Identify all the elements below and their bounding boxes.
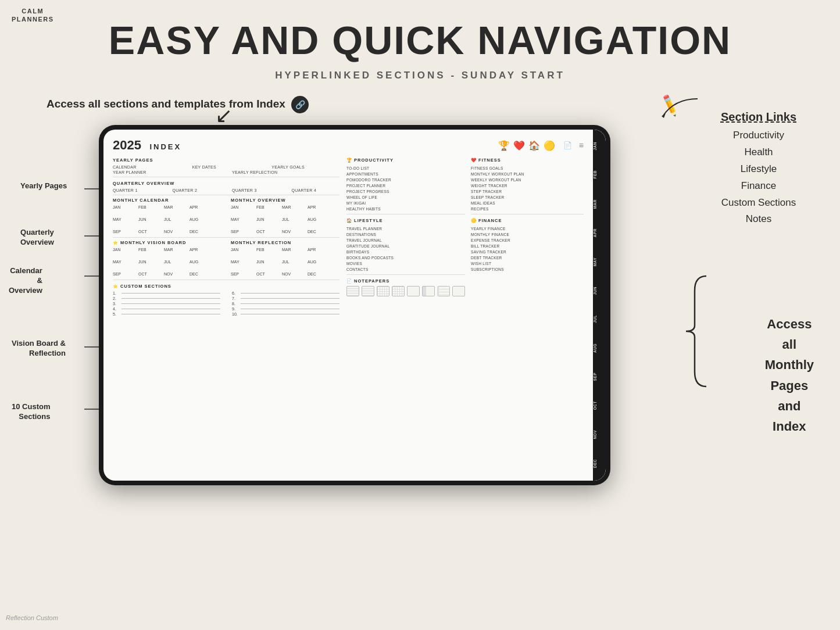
tab-jul[interactable]: JUL xyxy=(593,315,606,323)
calendar-link[interactable]: CALENDAR xyxy=(113,165,181,169)
ov-sep[interactable]: SEP xyxy=(231,230,248,234)
todo-link[interactable]: TO-DO LIST xyxy=(346,165,465,171)
vb-apr[interactable]: APR xyxy=(190,248,207,252)
cal-jul[interactable]: JUL xyxy=(164,217,181,221)
notepaper-6[interactable] xyxy=(422,286,435,296)
tab-nov[interactable]: NOV xyxy=(593,430,606,439)
appointments-link[interactable]: APPOINTMENTS xyxy=(346,171,465,177)
cal-aug[interactable]: AUG xyxy=(190,217,207,221)
ov-aug[interactable]: AUG xyxy=(308,217,325,221)
q3-link[interactable]: QUARTER 3 xyxy=(232,188,280,192)
books-podcasts-link[interactable]: BOOKS AND PODCASTS xyxy=(346,255,465,260)
ikigai-link[interactable]: MY IKIGAI xyxy=(346,200,465,206)
yearly-finance-link[interactable]: YEARLY FINANCE xyxy=(471,225,584,231)
notepaper-3[interactable] xyxy=(377,286,389,296)
ov-jul[interactable]: JUL xyxy=(282,217,299,221)
ov-feb[interactable]: FEB xyxy=(256,205,274,209)
tab-sep[interactable]: SEP xyxy=(593,373,606,381)
year-planner-link[interactable]: YEAR PLANNER xyxy=(113,170,220,174)
cal-nov[interactable]: NOV xyxy=(164,230,181,234)
ref-apr[interactable]: APR xyxy=(308,248,325,252)
cal-mar[interactable]: MAR xyxy=(164,205,181,209)
ov-mar[interactable]: MAR xyxy=(282,205,299,209)
wish-list-link[interactable]: WISH LIST xyxy=(471,260,584,266)
monthly-finance-link[interactable]: MONTHLY FINANCE xyxy=(471,231,584,237)
ref-feb[interactable]: FEB xyxy=(256,248,274,252)
subscriptions-link[interactable]: SUBSCRIPTIONS xyxy=(471,266,584,272)
notepaper-4[interactable] xyxy=(392,286,405,296)
vb-nov[interactable]: NOV xyxy=(164,272,181,276)
cal-oct[interactable]: OCT xyxy=(138,230,156,234)
cal-may[interactable]: MAY xyxy=(113,217,130,221)
vb-dec[interactable]: DEC xyxy=(190,272,207,276)
destinations-link[interactable]: DESTINATIONS xyxy=(346,231,465,237)
notepaper-8[interactable] xyxy=(452,286,465,296)
ov-nov[interactable]: NOV xyxy=(282,230,299,234)
contacts-link[interactable]: CONTACTS xyxy=(346,266,465,272)
ov-oct[interactable]: OCT xyxy=(256,230,274,234)
notepaper-2[interactable] xyxy=(362,286,374,296)
vb-jan[interactable]: JAN xyxy=(113,248,130,252)
ov-dec[interactable]: DEC xyxy=(308,230,325,234)
expense-tracker-link[interactable]: EXPENSE TRACKER xyxy=(471,237,584,243)
q1-link[interactable]: QUARTER 1 xyxy=(113,188,161,192)
ov-apr[interactable]: APR xyxy=(308,205,325,209)
ref-jan[interactable]: JAN xyxy=(231,248,248,252)
tab-feb[interactable]: FEB xyxy=(593,170,606,179)
tab-aug[interactable]: AUG xyxy=(593,343,606,353)
movies-link[interactable]: MOVIES xyxy=(346,260,465,266)
ref-oct[interactable]: OCT xyxy=(256,272,274,276)
ov-jan[interactable]: JAN xyxy=(231,205,248,209)
gratitude-link[interactable]: GRATITUDE JOURNAL xyxy=(346,243,465,249)
tab-jun[interactable]: JUN xyxy=(593,287,606,295)
fitness-goals-link[interactable]: FITNESS GOALS xyxy=(471,165,584,171)
birthdays-link[interactable]: BIRTHDAYS xyxy=(346,249,465,255)
notepaper-7[interactable] xyxy=(437,286,450,296)
vb-may[interactable]: MAY xyxy=(113,260,130,264)
project-planner-link[interactable]: PROJECT PLANNER xyxy=(346,182,465,188)
key-dates-link[interactable]: KEY DATES xyxy=(192,165,260,169)
vb-sep[interactable]: SEP xyxy=(113,272,130,276)
ref-sep[interactable]: SEP xyxy=(231,272,248,276)
cal-sep[interactable]: SEP xyxy=(113,230,130,234)
ov-may[interactable]: MAY xyxy=(231,217,248,221)
cal-jan[interactable]: JAN xyxy=(113,205,130,209)
vb-oct[interactable]: OCT xyxy=(138,272,156,276)
ref-jul[interactable]: JUL xyxy=(282,260,299,264)
vb-mar[interactable]: MAR xyxy=(164,248,181,252)
ref-aug[interactable]: AUG xyxy=(308,260,325,264)
cal-apr[interactable]: APR xyxy=(190,205,207,209)
recipes-link[interactable]: RECIPES xyxy=(471,206,584,212)
saving-tracker-link[interactable]: SAVING TRACKER xyxy=(471,249,584,255)
cal-dec[interactable]: DEC xyxy=(190,230,207,234)
notepaper-5[interactable] xyxy=(407,286,420,296)
ref-nov[interactable]: NOV xyxy=(282,272,299,276)
tab-may[interactable]: MAY xyxy=(593,257,606,266)
travel-planner-link[interactable]: TRAVEL PLANNER xyxy=(346,225,465,231)
tab-oct[interactable]: OCT xyxy=(593,401,606,410)
yearly-reflection-link[interactable]: YEARLY REFLECTION xyxy=(232,170,339,174)
notepaper-1[interactable] xyxy=(346,286,359,296)
pomodoro-link[interactable]: POMODORO TRACKER xyxy=(346,177,465,182)
tab-jan[interactable]: JAN xyxy=(593,142,606,151)
vb-jun[interactable]: JUN xyxy=(138,260,156,264)
weekly-workout-link[interactable]: WEEKLY WORKOUT PLAN xyxy=(471,177,584,182)
cal-feb[interactable]: FEB xyxy=(138,205,156,209)
meal-ideas-link[interactable]: MEAL IDEAS xyxy=(471,200,584,206)
ref-dec[interactable]: DEC xyxy=(308,272,325,276)
ref-may[interactable]: MAY xyxy=(231,260,248,264)
sleep-tracker-link[interactable]: SLEEP TRACKER xyxy=(471,194,584,200)
bill-tracker-link[interactable]: BILL TRACKER xyxy=(471,243,584,249)
ov-jun[interactable]: JUN xyxy=(256,217,274,221)
yearly-goals-link[interactable]: YEARLY GOALS xyxy=(271,165,339,169)
tab-apr[interactable]: APR xyxy=(593,228,606,237)
vb-feb[interactable]: FEB xyxy=(138,248,156,252)
monthly-workout-link[interactable]: MONTHLY WORKOUT PLAN xyxy=(471,171,584,177)
weight-tracker-link[interactable]: WEIGHT TRACKER xyxy=(471,182,584,188)
debt-tracker-link[interactable]: DEBT TRACKER xyxy=(471,255,584,260)
ref-jun[interactable]: JUN xyxy=(256,260,274,264)
tab-mar[interactable]: MAR xyxy=(593,199,606,209)
vb-jul[interactable]: JUL xyxy=(164,260,181,264)
project-progress-link[interactable]: PROJECT PROGRESS xyxy=(346,188,465,194)
vb-aug[interactable]: AUG xyxy=(190,260,207,264)
